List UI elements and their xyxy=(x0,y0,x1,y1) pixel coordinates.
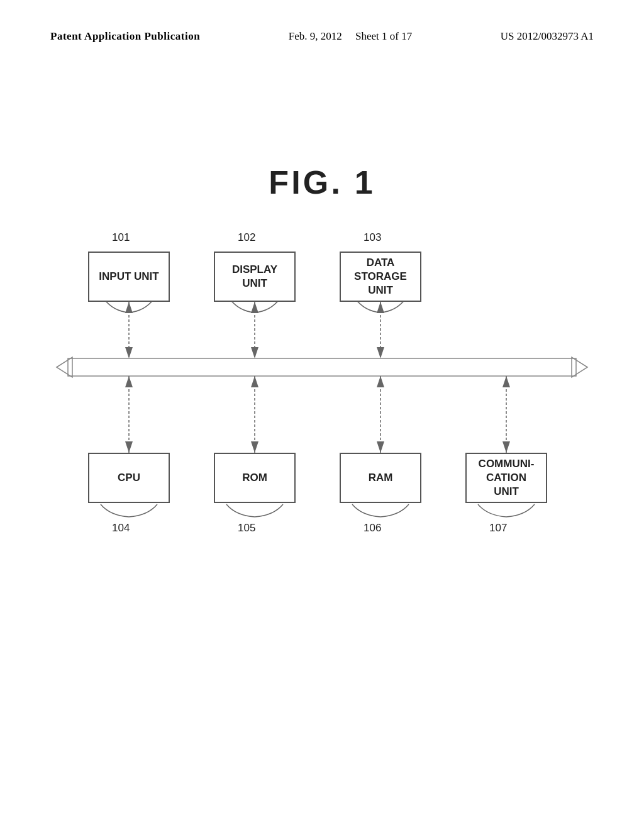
svg-rect-9 xyxy=(68,358,576,376)
cpu-box: CPU xyxy=(88,453,170,503)
ref-104: 104 xyxy=(112,522,130,534)
svg-marker-1 xyxy=(125,302,133,313)
figure-title: FIG. 1 xyxy=(0,163,644,201)
ram-box: RAM xyxy=(340,453,421,503)
svg-marker-17 xyxy=(251,376,258,387)
patent-number-label: US 2012/0032973 A1 xyxy=(501,30,594,43)
ref-107: 107 xyxy=(489,522,507,534)
communication-unit-label: COMMUNI-CATIONUNIT xyxy=(479,457,535,499)
date-sheet-label: Feb. 9, 2012 Sheet 1 of 17 xyxy=(289,30,412,43)
svg-marker-2 xyxy=(125,347,133,358)
ref-105: 105 xyxy=(238,522,255,534)
svg-marker-14 xyxy=(125,376,133,387)
svg-marker-4 xyxy=(251,302,258,313)
svg-marker-11 xyxy=(572,357,587,377)
svg-marker-20 xyxy=(377,376,384,387)
rom-label: ROM xyxy=(242,471,267,485)
svg-marker-16 xyxy=(251,441,258,453)
rom-box: ROM xyxy=(214,453,296,503)
page-header: Patent Application Publication Feb. 9, 2… xyxy=(0,30,644,43)
ref-103: 103 xyxy=(364,231,381,244)
data-storage-unit-label: DATASTORAGEUNIT xyxy=(354,256,407,297)
ref-106: 106 xyxy=(364,522,381,534)
sheet-label: Sheet 1 of 17 xyxy=(355,30,412,42)
svg-marker-8 xyxy=(377,347,384,358)
ref-101: 101 xyxy=(112,231,130,244)
data-storage-unit-box: DATASTORAGEUNIT xyxy=(340,252,421,302)
date-label: Feb. 9, 2012 xyxy=(289,30,342,42)
svg-marker-5 xyxy=(251,347,258,358)
svg-marker-23 xyxy=(502,376,510,387)
svg-marker-19 xyxy=(377,441,384,453)
ref-102: 102 xyxy=(238,231,255,244)
svg-marker-13 xyxy=(125,441,133,453)
svg-marker-10 xyxy=(57,357,72,377)
cpu-label: CPU xyxy=(118,471,140,485)
input-unit-label: INPUT UNIT xyxy=(99,270,158,284)
publication-label: Patent Application Publication xyxy=(50,30,200,43)
communication-unit-box: COMMUNI-CATIONUNIT xyxy=(465,453,547,503)
block-diagram: INPUT UNIT DISPLAYUNIT DATASTORAGEUNIT 1… xyxy=(50,214,594,654)
display-unit-label: DISPLAYUNIT xyxy=(232,263,277,290)
input-unit-box: INPUT UNIT xyxy=(88,252,170,302)
svg-marker-7 xyxy=(377,302,384,313)
ram-label: RAM xyxy=(369,471,393,485)
display-unit-box: DISPLAYUNIT xyxy=(214,252,296,302)
svg-marker-22 xyxy=(502,441,510,453)
